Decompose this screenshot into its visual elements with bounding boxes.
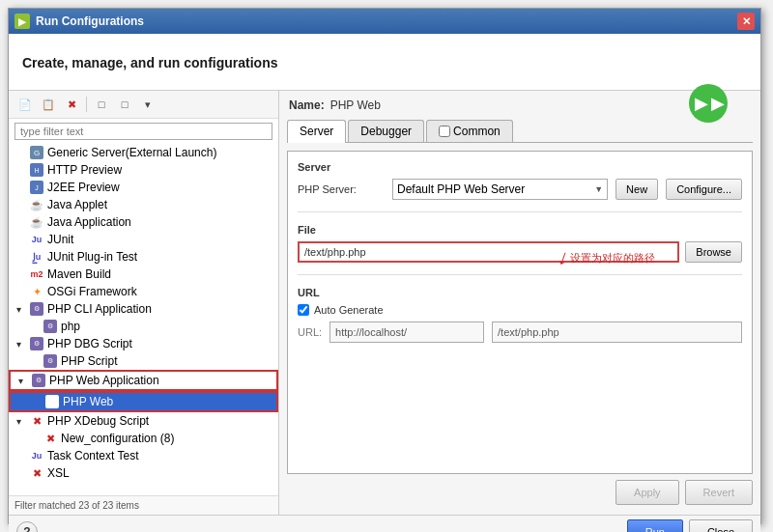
xsl-icon: ✖: [30, 466, 43, 480]
tree-item-label: JUnit: [47, 233, 272, 246]
java-applet-icon: ☕: [30, 198, 43, 211]
expand-arrow: ▾: [18, 376, 28, 386]
tree-item-generic-server[interactable]: G Generic Server(External Launch): [9, 144, 278, 161]
annotation-text: 设置为对应的路径: [570, 251, 655, 266]
java-app-icon: ☕: [30, 215, 43, 229]
tree-item-label: php: [61, 320, 272, 333]
php-dbg-icon: ⚙: [30, 337, 43, 350]
filter-input[interactable]: [14, 123, 272, 140]
tree-item-j2ee[interactable]: J J2EE Preview: [9, 179, 278, 196]
url-field1[interactable]: [329, 322, 484, 343]
php-web-app-icon: ⚙: [32, 374, 45, 387]
tab-debugger[interactable]: Debugger: [348, 120, 424, 142]
url-label: URL:: [298, 326, 322, 338]
tab-common[interactable]: Common: [426, 120, 513, 142]
php-server-label: PHP Server:: [298, 183, 385, 195]
run-button[interactable]: Run: [627, 519, 683, 532]
tree-item-java-applet[interactable]: ☕ Java Applet: [9, 196, 278, 213]
tab-server-label: Server: [300, 125, 333, 138]
revert-button[interactable]: Revert: [685, 480, 753, 505]
tree-item-osgi[interactable]: ✦ OSGi Framework: [9, 283, 278, 300]
filter-button[interactable]: □: [114, 95, 135, 114]
tree-item-php-web-app[interactable]: ▾ ⚙ PHP Web Application: [9, 370, 278, 391]
configure-server-button[interactable]: Configure...: [666, 179, 742, 200]
config-panel: Server PHP Server: Default PHP Web Serve…: [287, 151, 753, 474]
file-input-row: Browse: [298, 241, 742, 263]
tab-common-label: Common: [453, 125, 501, 138]
tree-item-http-preview[interactable]: H HTTP Preview: [9, 161, 278, 179]
auto-generate-row: Auto Generate: [298, 304, 742, 316]
config-tabs: Server Debugger Common: [287, 120, 753, 143]
php-server-row: PHP Server: Default PHP Web Server ▼ New…: [298, 179, 742, 200]
expand-arrow: ▾: [16, 339, 26, 350]
bottom-bar: ? Run Close: [9, 515, 760, 532]
title-bar-left: ▶ Run Configurations: [14, 14, 144, 29]
tab-server[interactable]: Server: [287, 120, 346, 143]
task-context-icon: Ju: [30, 449, 43, 462]
header-area: Create, manage, and run configurations ▶: [9, 34, 760, 91]
copy-config-button[interactable]: 📋: [38, 95, 59, 114]
tree-item-label: Java Applet: [47, 198, 272, 211]
config-tree: G Generic Server(External Launch) H HTTP…: [9, 144, 278, 495]
collapse-button[interactable]: □: [91, 95, 112, 114]
tree-item-label: PHP Script: [61, 354, 272, 368]
http-preview-icon: H: [30, 163, 43, 177]
tree-item-php-web[interactable]: ⚙ PHP Web: [9, 391, 278, 412]
right-panel-wrapper: Name: PHP Web Server Debugger Common: [279, 91, 760, 515]
tree-item-junit-plugin[interactable]: J̲u JUnit Plug-in Test: [9, 248, 278, 266]
tree-item-label: Task Context Test: [47, 449, 272, 462]
junit-plugin-icon: J̲u: [30, 250, 43, 264]
help-button[interactable]: ?: [16, 521, 38, 532]
dropdown-button[interactable]: ▾: [137, 95, 158, 114]
tree-item-label: PHP Web: [63, 395, 271, 408]
php-cli-icon: ⚙: [30, 302, 43, 316]
tree-item-php-xdebug[interactable]: ▾ ✖ PHP XDebug Script: [9, 412, 278, 430]
annotation-arrow: ↑ 设置为对应的路径: [558, 243, 655, 272]
auto-generate-checkbox[interactable]: [298, 304, 309, 316]
new-config-button[interactable]: 📄: [14, 95, 36, 114]
php-xdebug-icon: ✖: [30, 414, 43, 428]
junit-icon: Ju: [30, 233, 43, 246]
tree-item-xsl[interactable]: ✖ XSL: [9, 464, 278, 482]
main-area: 📄 📋 ✖ □ □ ▾ G Generic Server(E: [9, 91, 760, 515]
title-bar: ▶ Run Configurations ✕: [9, 9, 760, 34]
tree-item-label: HTTP Preview: [47, 163, 272, 177]
browse-button[interactable]: Browse: [685, 241, 742, 263]
tree-item-label: Generic Server(External Launch): [47, 146, 272, 159]
run-config-button[interactable]: ▶: [689, 84, 728, 123]
generic-server-icon: G: [30, 146, 43, 159]
play-icon: ▶: [695, 93, 708, 114]
name-label: Name:: [289, 98, 325, 112]
php-server-select[interactable]: Default PHP Web Server ▼: [392, 179, 608, 200]
tree-item-php-cli[interactable]: ▾ ⚙ PHP CLI Application: [9, 300, 278, 318]
auto-generate-label: Auto Generate: [314, 304, 384, 316]
url-field2[interactable]: [492, 322, 742, 343]
tree-item-php-script[interactable]: ⚙ PHP Script: [9, 352, 278, 370]
file-section: File Browse ↑ 设置为对应的路径: [298, 224, 742, 263]
tree-item-label: OSGi Framework: [47, 285, 272, 298]
tree-item-junit[interactable]: Ju JUnit: [9, 231, 278, 248]
name-row: Name: PHP Web: [287, 98, 753, 112]
tree-item-java-app[interactable]: ☕ Java Application: [9, 213, 278, 231]
tree-item-label: PHP Web Application: [49, 374, 271, 387]
tree-item-label: JUnit Plug-in Test: [47, 250, 272, 264]
tree-item-php[interactable]: ⚙ php: [9, 318, 278, 335]
apply-revert-row: Apply Revert: [287, 474, 753, 507]
apply-button[interactable]: Apply: [616, 480, 679, 505]
common-tab-checkbox[interactable]: [439, 126, 450, 137]
tree-item-label: XSL: [47, 466, 272, 480]
action-buttons: Run Close: [627, 519, 753, 532]
tree-item-new-config[interactable]: ✖ New_configuration (8): [9, 430, 278, 447]
tree-item-task-context[interactable]: Ju Task Context Test: [9, 447, 278, 464]
server-section-label: Server: [298, 161, 742, 173]
tree-item-php-dbg[interactable]: ▾ ⚙ PHP DBG Script: [9, 335, 278, 352]
left-toolbar: 📄 📋 ✖ □ □ ▾: [9, 91, 278, 119]
tree-item-maven[interactable]: m2 Maven Build: [9, 266, 278, 283]
url-section: URL Auto Generate URL:: [298, 287, 742, 343]
php-script-icon: ⚙: [43, 354, 57, 368]
delete-config-button[interactable]: ✖: [61, 95, 82, 114]
close-button-main[interactable]: Close: [689, 519, 753, 532]
window-title: Run Configurations: [36, 14, 144, 28]
close-button[interactable]: ✕: [737, 13, 755, 30]
new-server-button[interactable]: New: [616, 179, 658, 200]
